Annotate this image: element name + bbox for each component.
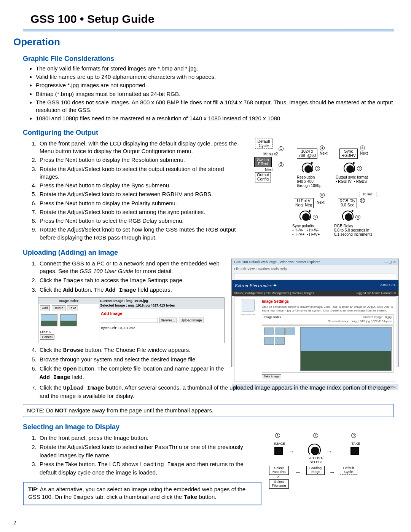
list-item: Press the Next button to display the Pol… xyxy=(38,200,244,207)
loading-image-box: Loading Image xyxy=(306,466,325,475)
resolution-caption: Resolution 640 x 480 through 1080p xyxy=(297,175,322,188)
rgb-delay-caption: RGB Delay 0.0 to 5.0 seconds in 0.1 seco… xyxy=(334,224,373,236)
arrow-right-icon: → xyxy=(329,468,335,476)
rgbdly-box: RGB Dly 0.0 Sec xyxy=(338,198,357,208)
configuring-output-steps: On the front panel, with the LCD display… xyxy=(38,140,244,241)
image-preview xyxy=(300,327,392,371)
add-button[interactable]: Add xyxy=(40,305,50,311)
default-cycle-box: Default Cycle xyxy=(340,466,357,475)
arrow-right-icon: → xyxy=(295,468,301,476)
text: Click the xyxy=(40,277,63,283)
extron-brand: Extron Electronics ✦ xyxy=(235,282,277,289)
callout-1: 1 xyxy=(275,433,280,438)
next-label-1: Next xyxy=(265,168,273,172)
upload-image-button[interactable]: Upload Image xyxy=(179,318,204,323)
text: button. The complete file location and n… xyxy=(77,365,224,372)
thumbnail-grid xyxy=(264,327,298,371)
text: Click the xyxy=(40,384,63,391)
list-item: Progressive *.jpg images are not support… xyxy=(36,81,394,89)
resolution-box: 1024 x 768 @60 xyxy=(297,149,317,159)
image-thumbnail[interactable] xyxy=(264,337,274,345)
note-label: NOTE: xyxy=(27,407,45,414)
browser-menubar[interactable]: File Edit View Favorites Tools Help xyxy=(232,265,398,273)
adjust-knob-icon xyxy=(302,213,310,221)
next-label-2: Next xyxy=(320,151,328,155)
text: Press the Take button. The LCD shows xyxy=(40,461,140,467)
callout-3: 3 xyxy=(351,433,356,438)
menu-x2-label: Menu x2 xyxy=(263,152,278,156)
window-title: GSS 100 Default Web Page - Windows Inter… xyxy=(234,260,320,264)
list-item: Click the Images tab to access the Image… xyxy=(38,276,225,285)
extron-logo-icon xyxy=(242,299,255,312)
ip-address: 200.013.074 xyxy=(380,283,395,288)
callout-10: 10 xyxy=(360,198,365,203)
text: for more detail. xyxy=(133,268,173,274)
list-item: Rotate the Adjust/Select knob to select … xyxy=(38,208,244,216)
tip-box: TIP: As an alternative, you can select a… xyxy=(23,482,261,506)
not-emphasis: NOT xyxy=(55,407,67,414)
image-thumbnail[interactable] xyxy=(60,314,77,326)
text: tab, click a thumbnail and click the xyxy=(94,494,183,500)
image-thumbnail[interactable] xyxy=(285,328,295,335)
or-label: or xyxy=(277,475,280,479)
delete-button[interactable]: Delete xyxy=(52,305,65,311)
callout-5: 5 xyxy=(357,166,362,171)
callout-3: 3 xyxy=(315,166,320,171)
take-button[interactable]: Take xyxy=(67,305,78,311)
take-image-button[interactable]: Take Image xyxy=(262,374,281,379)
adjust-knob-icon xyxy=(311,447,319,455)
uploading-image-steps-contd: Click the Browse button. The Choose File… xyxy=(38,346,225,382)
list-item: Connect the GSS to a PC or to a network … xyxy=(38,260,225,275)
window-controls-icon[interactable]: — ▢ ✕ xyxy=(384,260,396,264)
take-btn-label: TAKE xyxy=(348,442,363,446)
list-item: Rotate the Adjust/Select knob to select … xyxy=(38,190,244,198)
text: Do xyxy=(45,407,55,414)
callout-9: 9 xyxy=(355,215,360,220)
list-item: Click the Browse button. The Choose File… xyxy=(38,346,225,355)
add-image-mini-screenshot: Image Index Add Delete Take Files: 5 Can… xyxy=(38,297,225,343)
list-item: Click the Upload Image button. After sev… xyxy=(38,384,394,400)
user-guide-ref: GSS 100 User Guide xyxy=(80,268,133,274)
address-bar[interactable] xyxy=(234,273,396,279)
list-item: On the front panel, with the LCD display… xyxy=(38,140,244,155)
document-title: GSS 100 • Setup Guide xyxy=(23,11,394,27)
tip-label: TIP xyxy=(28,486,37,492)
note-box: NOTE: Do NOT navigate away from the page… xyxy=(23,404,394,417)
take-button-icon xyxy=(350,447,359,455)
text: navigate away from the page until the th… xyxy=(67,407,213,414)
current-selected-label: Current Image : 0.jpg Selected Image : i… xyxy=(328,315,392,324)
text: button. xyxy=(197,494,216,500)
text: Rotate the Adjust/Select knob to select … xyxy=(40,444,155,450)
list-item: Rotate the Adjust/Select knob to select … xyxy=(38,165,244,181)
list-item: Press the Next button to display the Res… xyxy=(38,156,244,164)
callout-2: 2 xyxy=(313,433,318,438)
upload-image-button-ref: Upload Image xyxy=(63,385,104,391)
image-thumbnail[interactable] xyxy=(275,328,285,335)
list-item: Bitmap (*.bmp) images must be formatted … xyxy=(36,90,394,98)
image-thumbnail[interactable] xyxy=(41,314,57,326)
list-item: Rotate the Adjust/Select knob to select … xyxy=(38,443,261,460)
sync-box: Sync RGBHV xyxy=(339,149,358,159)
callout-6: 6 xyxy=(360,145,365,150)
callout-7: 7 xyxy=(313,215,318,220)
adjust-knob-icon xyxy=(346,165,354,173)
image-index-header: Image Index xyxy=(38,298,99,304)
add-image-field-ref: Add Image xyxy=(105,287,136,294)
cancel-button[interactable]: Cancel xyxy=(40,334,54,340)
image-thumbnail[interactable] xyxy=(264,328,274,335)
adjust-knob-icon xyxy=(345,213,352,221)
browse-button[interactable]: Browse... xyxy=(159,318,177,323)
callout-1: 1 xyxy=(279,146,284,151)
file-path-input[interactable] xyxy=(101,318,158,323)
image-thumbnail[interactable] xyxy=(275,337,285,345)
text: field. xyxy=(70,374,84,380)
add-image-heading: Add Image xyxy=(101,311,223,316)
next-label-3: Next xyxy=(360,151,368,155)
text: button. The xyxy=(73,286,105,293)
passthru-ref: PassThru xyxy=(155,444,182,451)
arrow-right-icon: → xyxy=(326,447,332,456)
image-btn-label: IMAGE xyxy=(272,442,287,446)
add-image-field-ref: Add Image xyxy=(40,374,70,381)
uploading-image-step7: Click the Upload Image button. After sev… xyxy=(38,384,394,400)
web-tabs[interactable]: Status | Configuration | File Management… xyxy=(234,291,314,296)
